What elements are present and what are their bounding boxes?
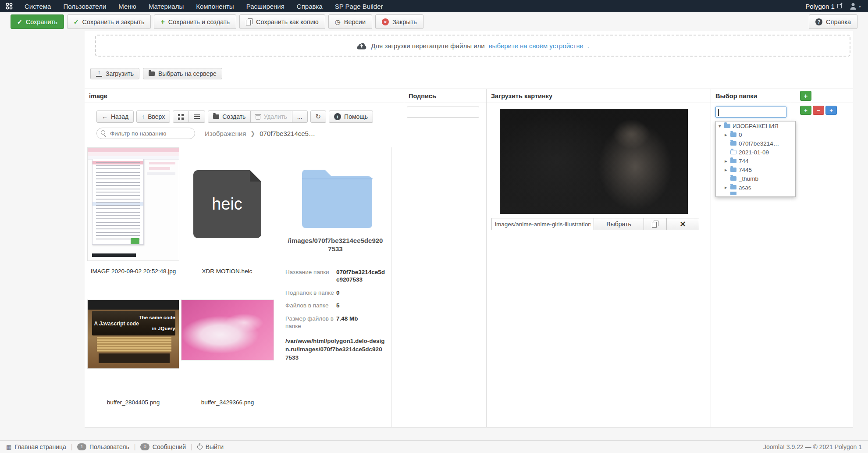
- save-copy-button[interactable]: Сохранить как копию: [239, 14, 325, 29]
- file-dropzone[interactable]: Для загрузки перетащите файлы или выбери…: [95, 35, 850, 57]
- save-close-button[interactable]: ✓ Сохранить и закрыть: [67, 14, 151, 29]
- back-button[interactable]: ← Назад: [96, 111, 134, 123]
- file-card-heic[interactable]: heic XDR MOTION.heic: [187, 147, 267, 275]
- versions-button[interactable]: ◷ Версии: [328, 14, 372, 29]
- menu-system[interactable]: Система: [18, 0, 57, 12]
- tree-item[interactable]: ▸ asas: [716, 183, 795, 192]
- tree-item[interactable]: _thumb: [716, 174, 795, 183]
- dropzone-text: Для загрузки перетащите файлы или: [371, 42, 484, 50]
- server-select-button[interactable]: Выбрать на сервере: [143, 68, 222, 79]
- copy-path-button[interactable]: [644, 218, 667, 230]
- save-button[interactable]: ✓ Сохранить: [11, 14, 64, 29]
- dashboard-icon: ▦: [6, 444, 11, 450]
- image-column-header: image: [85, 89, 404, 103]
- detail-value: 070f7be3214ce5dc9207533: [336, 268, 385, 284]
- tree-item[interactable]: 2021-01-09: [716, 148, 795, 157]
- close-button[interactable]: × Закрыть: [375, 14, 423, 29]
- create-folder-button[interactable]: Создать: [208, 111, 251, 123]
- editor-toolbar: ✓ Сохранить ✓ Сохранить и закрыть + Сохр…: [0, 12, 868, 31]
- file-card-jpg[interactable]: IMAGE 2020-09-02 20:52:48.jpg: [87, 147, 179, 275]
- add-row-button[interactable]: +: [800, 91, 811, 101]
- upload-icon: [96, 71, 102, 77]
- tree-item-root[interactable]: ▾ ИЗОБРАЖЕНИЯ: [716, 121, 795, 130]
- list-view-button[interactable]: [189, 111, 205, 123]
- remove-item-button[interactable]: −: [813, 106, 824, 115]
- file-name: buffer_3429366.png: [181, 399, 274, 406]
- file-card-png-2[interactable]: buffer_3429366.png: [181, 300, 274, 406]
- clock-icon: ◷: [335, 18, 341, 26]
- logged-in-users-link[interactable]: 1 Пользователь: [77, 443, 129, 451]
- menu-sp-page-builder[interactable]: SP Page Builder: [329, 0, 389, 12]
- folder-icon: [724, 124, 730, 128]
- joomla-logo-icon[interactable]: [0, 0, 18, 12]
- external-link-icon: [837, 4, 842, 8]
- choose-image-button[interactable]: Выбрать: [594, 218, 644, 230]
- up-button[interactable]: ↑ Вверх: [136, 111, 170, 123]
- save-new-button[interactable]: + Сохранить и создать: [154, 14, 236, 29]
- detail-label: Файлов в папке: [285, 302, 336, 310]
- jpg-thumbnail: [87, 147, 179, 261]
- menu-content[interactable]: Материалы: [142, 0, 190, 12]
- file-card-png-1[interactable]: A Javascript code The same code in JQuer…: [87, 300, 179, 406]
- breadcrumb-current[interactable]: 070f7be3214ce5…: [260, 130, 315, 137]
- site-preview-link[interactable]: Polygon 1: [805, 3, 842, 10]
- detail-value: 0: [336, 289, 340, 297]
- tree-item[interactable]: ▸ 7445: [716, 165, 795, 174]
- actions-column: + + − +: [791, 89, 853, 427]
- caption-column-header: Подпись: [404, 89, 486, 103]
- chevron-right-icon: ▸: [725, 185, 730, 190]
- folder-icon: [730, 132, 736, 137]
- arrow-up-icon: ↑: [142, 113, 145, 120]
- detail-value: 7.48 Mb: [336, 315, 358, 330]
- filter-input[interactable]: [96, 128, 195, 139]
- delete-button[interactable]: Удалить: [250, 111, 292, 123]
- device-select-link[interactable]: выберите на своём устройстве: [489, 42, 583, 50]
- grid-view-button[interactable]: [173, 111, 189, 123]
- menu-components[interactable]: Компоненты: [190, 0, 240, 12]
- upload-image-column: Загрузить картинку Выбрать ✕: [487, 89, 711, 427]
- menu-users[interactable]: Пользователи: [57, 0, 112, 12]
- list-icon: [194, 114, 200, 119]
- messages-link[interactable]: 0 Сообщений: [140, 443, 186, 451]
- add-item-button[interactable]: +: [800, 106, 811, 115]
- user-icon: [850, 3, 857, 10]
- upload-image-column-header: Загрузить картинку: [487, 89, 711, 103]
- big-folder-icon: [298, 164, 373, 230]
- menu-extensions[interactable]: Расширения: [240, 0, 291, 12]
- refresh-button[interactable]: ↻: [310, 111, 327, 123]
- menu-help[interactable]: Справка: [291, 0, 329, 12]
- control-panel-link[interactable]: ▦ Главная страница: [6, 443, 66, 450]
- upload-button[interactable]: Загрузить: [90, 68, 139, 79]
- image-path-input[interactable]: [491, 218, 594, 230]
- help-button[interactable]: ? Справка: [809, 14, 857, 29]
- folder-filter-input[interactable]: [715, 107, 786, 118]
- more-button[interactable]: ...: [292, 111, 308, 123]
- chevron-down-icon: ▾: [719, 123, 724, 129]
- logout-link[interactable]: Выйти: [197, 443, 224, 450]
- caption-input[interactable]: [407, 107, 479, 118]
- chevron-right-icon: ▸: [725, 132, 730, 138]
- tree-item[interactable]: ▸ 0: [716, 130, 795, 139]
- breadcrumb-root[interactable]: Изображения: [205, 130, 246, 137]
- folder-icon: [730, 176, 736, 181]
- folder-icon: [730, 185, 736, 189]
- clear-image-button[interactable]: ✕: [666, 218, 699, 230]
- view-toggle-group: [173, 111, 205, 123]
- image-column-body: ← Назад ↑ Вверх: [85, 103, 404, 427]
- menu-menus[interactable]: Меню: [112, 0, 142, 12]
- insert-item-button[interactable]: +: [825, 106, 837, 115]
- check-icon: ✓: [74, 18, 79, 25]
- browser-toolbar: ← Назад ↑ Вверх: [96, 111, 373, 123]
- copy-icon: [246, 18, 253, 25]
- folder-select-column: Выбор папки ▾ ИЗОБРАЖЕНИЯ ▸: [711, 89, 791, 427]
- folder-info-panel: /images/070f7be3214ce5dc9207533 Название…: [279, 147, 392, 427]
- user-menu[interactable]: ▾: [850, 3, 861, 10]
- browser-help-button[interactable]: i Помощь: [329, 111, 373, 123]
- breadcrumb: Изображения ❯ 070f7be3214ce5…: [205, 128, 315, 139]
- tree-item[interactable]: 070f7be3214…: [716, 139, 795, 148]
- chevron-right-icon: ▸: [725, 167, 730, 173]
- tree-item-clipped[interactable]: [716, 192, 795, 195]
- media-field-manager: image ← Назад ↑ Вверх: [85, 89, 853, 428]
- info-icon: i: [334, 113, 341, 120]
- tree-item[interactable]: ▸ 744: [716, 157, 795, 165]
